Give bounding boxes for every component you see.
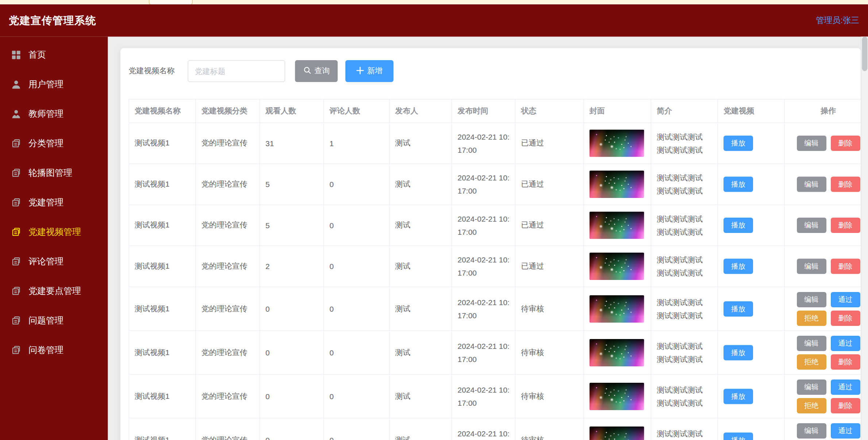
- views-count-cell: 0: [260, 374, 324, 418]
- galaxy-cover-thumbnail[interactable]: [590, 130, 644, 157]
- delete-button[interactable]: 删除: [830, 398, 860, 413]
- sidebar-item-5[interactable]: 党建管理: [0, 188, 108, 217]
- vertical-scrollbar[interactable]: [861, 37, 868, 440]
- column-header-2: 观看人数: [260, 99, 324, 123]
- operation-buttons: 编辑删除: [794, 259, 861, 274]
- play-button[interactable]: 播放: [724, 345, 753, 360]
- video-name-cell: 测试视频1: [129, 418, 196, 440]
- edit-button[interactable]: 编辑: [796, 259, 826, 274]
- delete-button[interactable]: 删除: [830, 136, 860, 151]
- scrollbar-thumb[interactable]: [862, 37, 868, 71]
- edit-button[interactable]: 编辑: [796, 379, 826, 394]
- galaxy-cover-thumbnail[interactable]: [590, 426, 644, 440]
- sidebar-item-1[interactable]: 用户管理: [0, 70, 108, 99]
- sidebar-item-9[interactable]: 问题管理: [0, 306, 108, 335]
- comments-count-cell: 0: [324, 418, 389, 440]
- delete-button[interactable]: 删除: [830, 310, 860, 326]
- add-button[interactable]: 新增: [346, 60, 394, 82]
- column-header-5: 发布时间: [452, 99, 515, 123]
- reject-button[interactable]: 拒绝: [796, 398, 826, 413]
- play-button[interactable]: 播放: [724, 177, 753, 192]
- table-row-2: 测试视频1党的理论宣传50测试2024-02-21 10:17:00已通过测试测…: [129, 205, 861, 246]
- video-category-cell: 党的理论宣传: [196, 246, 260, 287]
- operations-cell: 编辑通过拒绝删除: [784, 331, 861, 374]
- play-button[interactable]: 播放: [724, 136, 753, 151]
- operation-buttons: 编辑删除: [794, 218, 861, 233]
- reject-button[interactable]: 拒绝: [796, 310, 826, 326]
- views-count-cell: 5: [260, 205, 324, 246]
- sidebar-item-3[interactable]: 分类管理: [0, 129, 108, 158]
- approve-button[interactable]: 通过: [830, 423, 860, 438]
- operations-cell: 编辑通过拒绝删除: [784, 287, 861, 331]
- galaxy-cover-thumbnail[interactable]: [590, 295, 644, 322]
- play-button[interactable]: 播放: [724, 432, 753, 440]
- sidebar-item-8[interactable]: 党建要点管理: [0, 276, 108, 306]
- galaxy-cover-thumbnail[interactable]: [590, 253, 644, 280]
- views-count-cell: 31: [260, 123, 324, 164]
- video-name-cell: 测试视频1: [129, 205, 196, 246]
- edit-button[interactable]: 编辑: [796, 423, 826, 438]
- sidebar-item-10[interactable]: 问卷管理: [0, 335, 108, 365]
- edit-button[interactable]: 编辑: [796, 136, 826, 151]
- intro-text: 测试测试测试测试测试测试: [657, 253, 706, 280]
- approve-button[interactable]: 通过: [830, 379, 860, 394]
- sidebar-item-2[interactable]: 教师管理: [0, 99, 108, 129]
- delete-button[interactable]: 删除: [830, 177, 860, 192]
- comments-count-cell: 0: [324, 246, 389, 287]
- sidebar-item-label: 分类管理: [28, 137, 63, 149]
- cover-cell: [584, 246, 651, 287]
- publish-time-line: 2024-02-21 10:: [458, 427, 510, 440]
- video-cell: 播放: [718, 205, 784, 246]
- user-account-link[interactable]: 管理员:张三: [816, 15, 859, 26]
- approve-button[interactable]: 通过: [830, 292, 860, 307]
- operation-buttons: 编辑通过拒绝删除: [794, 379, 861, 413]
- publish-time-line: 17:00: [458, 225, 510, 238]
- search-input[interactable]: [188, 60, 285, 82]
- sidebar-item-0[interactable]: 首页: [0, 40, 108, 70]
- table-row-1: 测试视频1党的理论宣传50测试2024-02-21 10:17:00已通过测试测…: [129, 164, 861, 205]
- status-cell: 待审核: [515, 374, 584, 418]
- video-name-cell: 测试视频1: [129, 374, 196, 418]
- approve-button[interactable]: 通过: [830, 335, 860, 351]
- reject-button[interactable]: 拒绝: [796, 354, 826, 369]
- operations-cell: 编辑通过拒绝删除: [784, 374, 861, 418]
- galaxy-cover-thumbnail[interactable]: [590, 382, 644, 410]
- galaxy-cover-thumbnail[interactable]: [590, 171, 644, 198]
- user-icon: [11, 79, 22, 90]
- play-button[interactable]: 播放: [724, 301, 753, 316]
- video-category-cell: 党的理论宣传: [196, 164, 260, 205]
- publish-time-line: 2024-02-21 10:: [458, 383, 510, 396]
- video-cell: 播放: [718, 418, 784, 440]
- sidebar-menu: 首页用户管理教师管理分类管理轮播图管理党建管理党建视频管理评论管理党建要点管理问…: [0, 37, 108, 440]
- column-header-0: 党建视频名称: [129, 99, 196, 123]
- delete-button[interactable]: 删除: [830, 259, 860, 274]
- sidebar-item-7[interactable]: 评论管理: [0, 247, 108, 276]
- play-button[interactable]: 播放: [724, 389, 753, 404]
- intro-text: 测试测试测试测试测试测试: [657, 130, 706, 156]
- intro-cell: 测试测试测试测试测试测试: [651, 246, 718, 287]
- play-button[interactable]: 播放: [724, 218, 753, 233]
- query-button[interactable]: 查询: [295, 60, 338, 82]
- video-category-cell: 党的理论宣传: [196, 374, 260, 418]
- doc-icon: [11, 168, 22, 178]
- galaxy-cover-thumbnail[interactable]: [590, 212, 644, 239]
- cover-cell: [584, 331, 651, 374]
- sidebar-item-4[interactable]: 轮播图管理: [0, 158, 108, 188]
- sidebar-item-6[interactable]: 党建视频管理: [0, 217, 108, 247]
- edit-button[interactable]: 编辑: [796, 177, 826, 192]
- publish-time-line: 17:00: [458, 143, 510, 156]
- play-button[interactable]: 播放: [724, 259, 753, 274]
- status-cell: 待审核: [515, 287, 584, 331]
- search-icon: [303, 66, 311, 76]
- delete-button[interactable]: 删除: [830, 218, 860, 233]
- edit-button[interactable]: 编辑: [796, 218, 826, 233]
- column-header-4: 发布人: [389, 99, 452, 123]
- edit-button[interactable]: 编辑: [796, 292, 826, 307]
- delete-button[interactable]: 删除: [830, 354, 860, 369]
- content-card: 党建视频名称 查询 新增 党建视频名称党建视频分类观看人数评论人数发布人发布时间…: [120, 48, 861, 440]
- galaxy-cover-thumbnail[interactable]: [590, 339, 644, 366]
- publish-time-line: 2024-02-21 10:: [458, 212, 510, 225]
- teacher-icon: [11, 109, 22, 119]
- edit-button[interactable]: 编辑: [796, 335, 826, 351]
- video-cell: 播放: [718, 374, 784, 418]
